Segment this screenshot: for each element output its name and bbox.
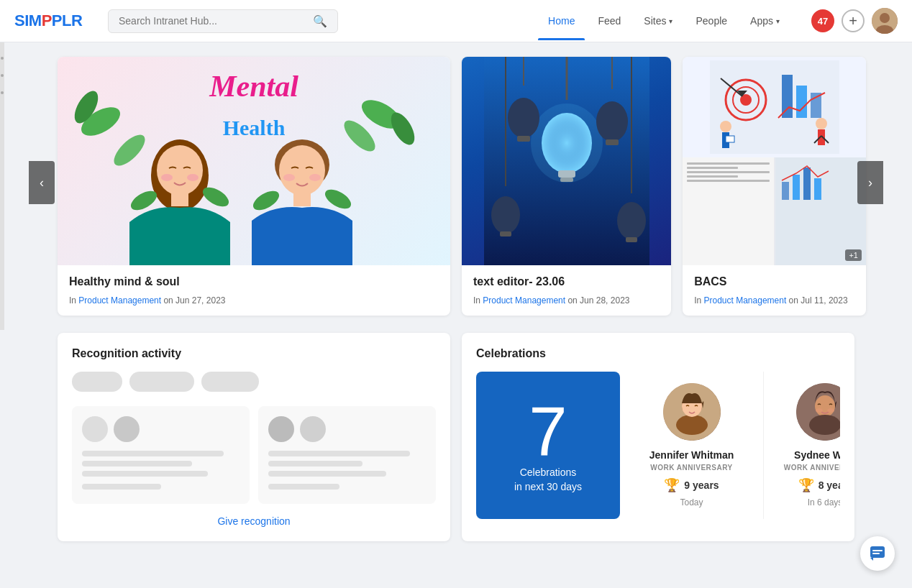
celeb-photo-2 (796, 383, 840, 441)
tag-skeleton-1 (72, 372, 122, 392)
bacs-plus-badge: +1 (845, 249, 862, 261)
nav-sites[interactable]: Sites ▾ (634, 9, 683, 32)
recog-avatar-2 (114, 416, 140, 442)
mental-health-illustration (58, 64, 432, 265)
svg-point-1 (880, 13, 890, 23)
bacs-image-bottom: +1 (683, 157, 866, 265)
recognition-card-2 (258, 406, 436, 504)
card-text-editor[interactable]: text editor- 23.06 In Product Management… (462, 57, 671, 316)
svg-point-7 (109, 130, 150, 171)
recognition-panel: Recognition activity (58, 333, 450, 541)
chat-fab-button[interactable] (860, 536, 895, 571)
svg-rect-72 (872, 550, 883, 551)
celebrations-panel: Celebrations 7 Celebrations in next 30 d… (462, 333, 854, 541)
bacs-illustration (710, 60, 839, 154)
notification-badge[interactable]: 47 (811, 9, 834, 32)
add-button[interactable]: + (842, 9, 865, 32)
celeb-name-1: Jennifer Whitman (649, 449, 734, 461)
celebrations-title: Celebrations (476, 347, 840, 360)
bacs-image-top (683, 57, 866, 157)
carousel-section: ‹ Mental Health (58, 57, 854, 316)
lightbulb-image (462, 57, 671, 265)
bottom-section: Recognition activity (58, 333, 854, 541)
svg-point-51 (816, 118, 827, 129)
user-avatar[interactable] (872, 8, 898, 34)
apps-chevron-icon: ▾ (776, 17, 780, 25)
svg-point-11 (161, 174, 173, 181)
svg-rect-48 (782, 75, 793, 118)
svg-rect-61 (814, 178, 821, 200)
lightbulb-illustration (484, 57, 649, 265)
nav-people[interactable]: People (685, 9, 737, 32)
card1-category[interactable]: Product Management (78, 295, 161, 306)
header-actions: 47 + (811, 8, 898, 34)
recog-line-2 (82, 461, 192, 467)
tag-skeleton-2 (129, 372, 194, 392)
svg-rect-71 (870, 546, 885, 558)
card2-category[interactable]: Product Management (483, 295, 565, 306)
recognition-title: Recognition activity (72, 347, 436, 360)
svg-rect-13 (171, 192, 188, 206)
svg-point-29 (531, 104, 603, 183)
celeb-type-1: WORK ANNIVERSARY (650, 464, 732, 472)
celeb-name-2: Sydnee Wa... (794, 449, 840, 461)
give-recognition-button[interactable]: Give recognition (72, 515, 436, 527)
card1-title: Healthy mind & soul (69, 275, 439, 288)
card2-date: Jun 28, 2023 (580, 295, 629, 306)
chat-icon (869, 545, 886, 562)
recog-line-8 (268, 484, 339, 490)
celeb-when-1: Today (680, 497, 703, 507)
celebrations-count: 7 (529, 397, 567, 466)
celeb-person-2: Sydnee Wa... WORK ANNIVERSARY 🏆 8 yea...… (764, 372, 840, 519)
celeb-when-2: In 6 days (808, 497, 840, 507)
svg-point-19 (309, 174, 321, 181)
svg-rect-58 (782, 182, 789, 200)
left-sidebar (0, 42, 4, 330)
svg-point-22 (322, 185, 355, 212)
recog-line-3 (82, 471, 208, 477)
recog-avatar-3 (268, 416, 294, 442)
svg-point-12 (187, 174, 199, 181)
sites-chevron-icon: ▾ (669, 17, 672, 25)
card1-body: Healthy mind & soul In Product Managemen… (58, 265, 450, 316)
card-bacs[interactable]: +1 BACS In Product Management on Jul 11,… (683, 57, 866, 316)
trophy-icon-1: 🏆 (664, 477, 680, 493)
svg-rect-59 (793, 175, 800, 200)
recog-card-2-avatars (268, 416, 426, 442)
bacs-doc-1 (683, 157, 773, 265)
main-content: ‹ Mental Health (0, 42, 912, 556)
card-mental-health[interactable]: Mental Health (58, 57, 450, 316)
trophy-icon-2: 🏆 (798, 477, 814, 493)
card3-category[interactable]: Product Management (704, 295, 787, 306)
celeb-person-1: Jennifer Whitman WORK ANNIVERSARY 🏆 9 ye… (620, 372, 764, 519)
header: SIMPPLR 🔍 Home Feed Sites ▾ People Apps … (0, 0, 912, 42)
nav-apps[interactable]: Apps ▾ (740, 9, 790, 32)
search-input[interactable] (119, 15, 306, 27)
recog-line-5 (268, 451, 410, 456)
carousel-next-button[interactable]: › (857, 161, 883, 204)
recognition-card-1 (72, 406, 250, 504)
svg-point-17 (279, 145, 325, 196)
celeb-photo-1 (663, 383, 721, 441)
recog-line-1 (82, 451, 224, 456)
carousel-track: Mental Health (58, 57, 854, 316)
svg-rect-52 (818, 129, 825, 145)
search-icon: 🔍 (313, 14, 327, 28)
celeb-years-row-2: 🏆 8 yea... (798, 477, 840, 493)
nav-home[interactable]: Home (538, 9, 585, 32)
card2-body: text editor- 23.06 In Product Management… (462, 265, 671, 316)
main-nav: Home Feed Sites ▾ People Apps ▾ (538, 9, 790, 32)
nav-feed[interactable]: Feed (588, 9, 631, 32)
card1-meta: In Product Management on Jun 27, 2023 (69, 295, 439, 306)
svg-rect-73 (872, 553, 880, 554)
celebrations-track: 7 Celebrations in next 30 days (476, 372, 840, 519)
celeb-type-2: WORK ANNIVERSARY (784, 464, 840, 472)
svg-rect-20 (293, 192, 311, 206)
carousel-prev-button[interactable]: ‹ (29, 161, 55, 204)
logo[interactable]: SIMPPLR (14, 12, 94, 30)
celebrations-count-card: 7 Celebrations in next 30 days (476, 372, 620, 519)
svg-point-70 (827, 408, 834, 413)
search-bar[interactable]: 🔍 (108, 9, 338, 33)
celeb-years-2: 8 yea... (818, 479, 840, 491)
svg-rect-32 (517, 136, 530, 142)
